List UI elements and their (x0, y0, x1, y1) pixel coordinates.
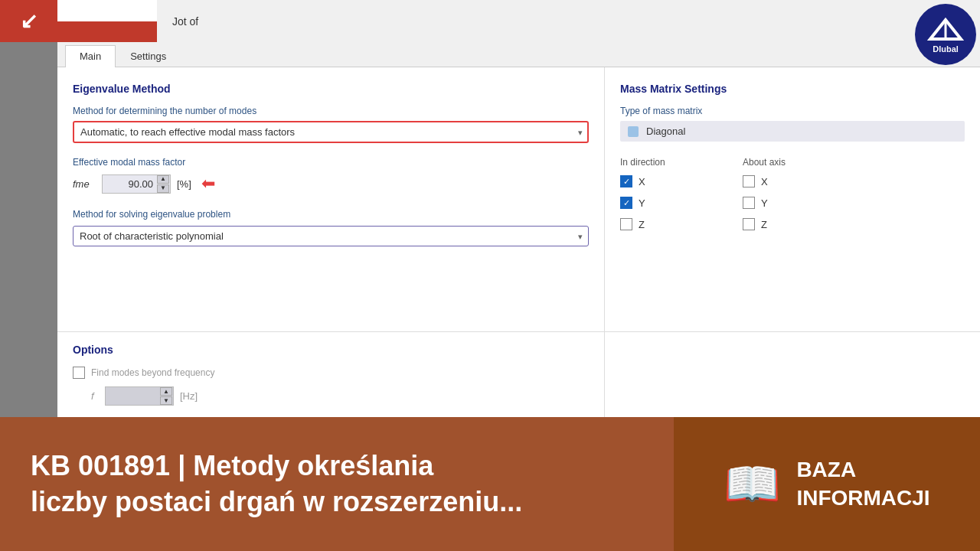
emm-section: Effective modal mass factor fme ▲ ▼ [%] … (73, 157, 589, 194)
direction-row-y: Y Y (620, 197, 965, 209)
tab-bar: Main Settings (57, 42, 980, 67)
arrow-icon: ↙ (20, 8, 38, 34)
in-direction-header: In direction (620, 157, 743, 168)
options-title: Options (73, 344, 589, 356)
axis-z-about-label: Z (761, 219, 767, 230)
f-unit: [Hz] (180, 390, 198, 402)
tab-settings[interactable]: Settings (116, 45, 181, 67)
bottom-split: Options Find modes beyond frequency f ▲ … (57, 331, 980, 417)
right-panel: Mass Matrix Settings Type of mass matrix… (605, 67, 980, 331)
find-modes-row: Find modes beyond frequency (73, 367, 589, 379)
mass-type-indicator (628, 126, 639, 137)
solve-dropdown-wrapper: Root of characteristic polynomialSubspac… (73, 226, 589, 246)
axis-z-in-label: Z (639, 219, 645, 230)
f-input-wrapper: ▲ ▼ (105, 386, 174, 406)
fme-spin-up[interactable]: ▲ (157, 175, 169, 184)
axis-x-in-label: X (639, 176, 645, 187)
dlubal-logo: Dlubal (915, 4, 976, 65)
panel-layout: Eigenvalue Method Method for determining… (57, 67, 980, 417)
window-title: Jot of (157, 15, 980, 28)
eigenvalue-section-title: Eigenvalue Method (73, 83, 589, 95)
f-spin-up[interactable]: ▲ (160, 387, 172, 396)
fme-spinners: ▲ ▼ (157, 174, 169, 194)
checkbox-in-y[interactable] (620, 197, 632, 209)
top-content: Eigenvalue Method Method for determining… (57, 67, 980, 331)
book-icon: 📖 (724, 457, 781, 511)
red-arrow-indicator: ⬅ (201, 174, 215, 194)
main-area: Main Settings Eigenvalue Method Method f… (57, 42, 980, 417)
checkbox-in-z[interactable] (620, 218, 632, 230)
direction-row-z: Z Z (620, 218, 965, 230)
solve-dropdown[interactable]: Root of characteristic polynomialSubspac… (73, 226, 589, 246)
axis-y-in-label: Y (639, 197, 645, 209)
baza-line1: BAZA (796, 456, 929, 484)
mass-type-row: Diagonal (620, 121, 965, 142)
mass-matrix-title: Mass Matrix Settings (620, 83, 965, 95)
method-dropdown[interactable]: Automatic, to reach effective modal mass… (73, 121, 589, 143)
options-left: Options Find modes beyond frequency f ▲ … (57, 332, 605, 417)
direction-section: In direction About axis X X (620, 157, 965, 230)
find-modes-label: Find modes beyond frequency (91, 367, 214, 378)
checkbox-about-y[interactable] (743, 197, 755, 209)
fme-unit: [%] (177, 178, 191, 190)
banner-kb-text: KB 001891 | Metody określania liczby pos… (31, 448, 522, 520)
checkbox-about-z[interactable] (743, 218, 755, 230)
bottom-banner: KB 001891 | Metody określania liczby pos… (0, 417, 980, 551)
emm-title: Effective modal mass factor (73, 157, 589, 168)
options-right (605, 332, 980, 417)
find-modes-checkbox[interactable] (73, 367, 85, 379)
checkbox-about-x[interactable] (743, 175, 755, 187)
mass-type-value: Diagonal (646, 126, 685, 137)
about-axis-header: About axis (743, 157, 786, 168)
dlubal-logo-icon (926, 16, 965, 43)
dir-about-x: X (743, 175, 865, 187)
nav-arrow-button[interactable]: ↙ (0, 0, 57, 42)
f-row: f ▲ ▼ [Hz] (91, 386, 589, 406)
solve-label: Method for solving eigenvalue problem (73, 209, 589, 220)
baza-informacji-text: BAZA INFORMACJI (796, 456, 929, 512)
dlubal-text: Dlubal (933, 44, 959, 54)
fme-label: fme (73, 178, 96, 190)
axis-x-about-label: X (761, 176, 768, 187)
flag-white-stripe (57, 0, 157, 21)
flag-poland (57, 0, 157, 42)
f-spin-down[interactable]: ▼ (160, 396, 172, 405)
dir-in-y: Y (620, 197, 743, 209)
left-strip (0, 0, 57, 417)
fme-input-wrapper: ▲ ▼ (102, 174, 171, 194)
direction-row-x: X X (620, 175, 965, 187)
method-label: Method for determining the number of mod… (73, 106, 589, 116)
fme-spin-down[interactable]: ▼ (157, 184, 169, 193)
f-spinners: ▲ ▼ (160, 386, 172, 406)
dir-in-x: X (620, 175, 743, 187)
tab-main[interactable]: Main (65, 45, 116, 67)
method-dropdown-wrapper: Automatic, to reach effective modal mass… (73, 121, 589, 143)
top-bar: ↙ Jot of (0, 0, 980, 42)
axis-y-about-label: Y (761, 197, 768, 209)
fme-row: fme ▲ ▼ [%] ⬅ (73, 174, 589, 194)
left-panel: Eigenvalue Method Method for determining… (57, 67, 605, 331)
type-of-mass-label: Type of mass matrix (620, 106, 965, 116)
banner-right: 📖 BAZA INFORMACJI (674, 417, 980, 551)
banner-left: KB 001891 | Metody określania liczby pos… (0, 417, 674, 551)
dir-in-z: Z (620, 218, 743, 230)
direction-rows: X X Y (620, 175, 965, 230)
direction-headers: In direction About axis (620, 157, 965, 168)
dir-about-y: Y (743, 197, 865, 209)
baza-line2: INFORMACJI (796, 484, 929, 512)
f-label: f (91, 390, 99, 402)
dir-about-z: Z (743, 218, 865, 230)
flag-red-stripe (57, 21, 157, 43)
checkbox-in-x[interactable] (620, 175, 632, 187)
